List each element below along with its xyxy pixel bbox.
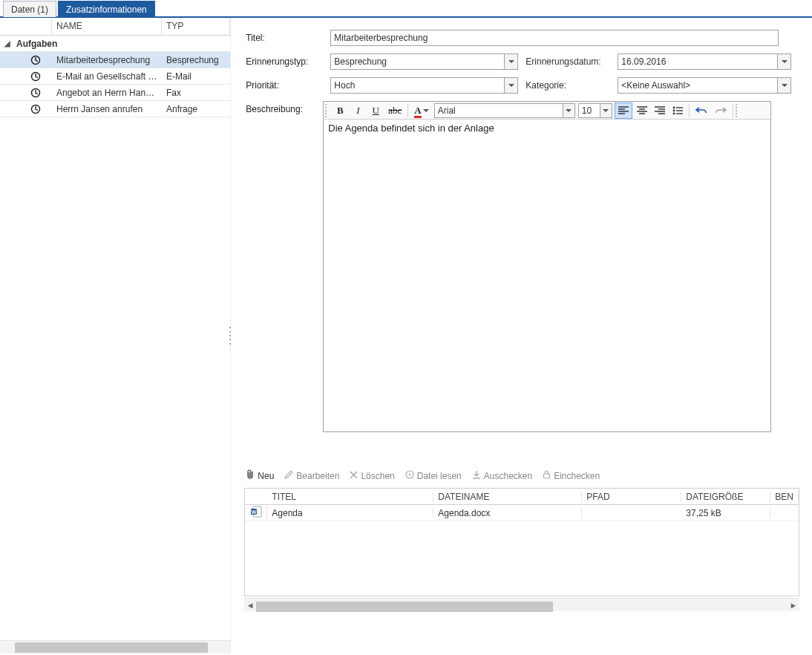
attach-col-pfad[interactable]: PFAD (582, 492, 681, 502)
attach-groesse: 37,25 kB (681, 508, 770, 518)
align-center-button[interactable] (634, 102, 650, 119)
richtext-content[interactable]: Die Agenda befindet sich in der Anlage (324, 120, 770, 431)
task-typ: Fax (162, 88, 230, 98)
column-typ[interactable]: TYP (162, 18, 230, 35)
task-typ: Anfrage (162, 104, 230, 114)
attach-checkin-label: Einchecken (554, 471, 600, 481)
select-kategorie[interactable]: <Keine Auswahl> (618, 77, 791, 94)
svg-rect-8 (544, 474, 550, 478)
label-kategorie: Kategorie: (525, 80, 610, 91)
richtext-toolbar: B I U abc A Arial (324, 102, 770, 120)
attach-checkout-button[interactable]: Auschecken (472, 470, 532, 481)
input-titel[interactable]: Mitarbeiterbesprechung (330, 30, 779, 46)
column-name[interactable]: NAME (52, 18, 162, 35)
form-area: Titel: Mitarbeiterbesprechung Erinnerung… (231, 18, 810, 441)
clock-icon (19, 55, 52, 65)
redo-button[interactable] (712, 102, 730, 119)
align-right-button[interactable] (652, 102, 668, 119)
chevron-down-icon[interactable] (563, 104, 574, 117)
select-prioritaet[interactable]: Hoch (330, 77, 518, 94)
font-size-select[interactable]: 10 (578, 103, 612, 118)
sidebar-horizontal-scrollbar[interactable] (0, 640, 230, 654)
attach-delete-button[interactable]: Löschen (350, 471, 394, 481)
bullet-list-button[interactable] (669, 102, 686, 119)
select-erinnerungstyp-value: Besprechung (334, 56, 387, 67)
input-titel-value: Mitarbeiterbesprechung (334, 33, 428, 43)
attachment-toolbar: Neu Bearbeiten Löschen (244, 466, 799, 485)
task-name: Angebot an Herrn Hansen (52, 88, 162, 98)
attachment-table: TITEL DATEINAME PFAD DATEIGRÖßE BEN WAge… (244, 488, 799, 596)
splitter-handle[interactable] (227, 325, 233, 347)
clock-icon (19, 88, 52, 98)
font-family-select[interactable]: Arial (434, 103, 575, 118)
task-list-header: NAME TYP (0, 18, 230, 36)
attach-edit-label: Bearbeiten (296, 471, 339, 481)
collapse-icon: ◢ (4, 39, 13, 48)
task-row[interactable]: MitarbeiterbesprechungBesprechung (0, 52, 230, 68)
download-icon (472, 470, 481, 481)
detail-panel: Titel: Mitarbeiterbesprechung Erinnerung… (231, 18, 812, 654)
select-prioritaet-value: Hoch (334, 80, 355, 91)
play-circle-icon (405, 470, 414, 481)
font-color-button[interactable]: A (411, 102, 431, 119)
group-aufgaben[interactable]: ◢ Aufgaben (0, 36, 230, 52)
chevron-down-icon[interactable] (504, 54, 517, 69)
italic-button[interactable]: I (350, 102, 366, 119)
attach-col-groesse[interactable]: DATEIGRÖßE (681, 492, 770, 502)
task-row[interactable]: E-Mail an Gesellschaft G...E-Mail (0, 68, 230, 85)
task-list-body: ◢ Aufgaben MitarbeiterbesprechungBesprec… (0, 36, 230, 640)
attach-new-button[interactable]: Neu (246, 469, 274, 482)
bold-button[interactable]: B (332, 102, 348, 119)
svg-point-4 (672, 106, 675, 108)
svg-point-6 (672, 112, 675, 114)
select-erinnerungstyp[interactable]: Besprechung (330, 53, 518, 70)
undo-button[interactable] (693, 102, 710, 119)
column-expander[interactable] (0, 18, 19, 35)
task-name: Mitarbeiterbesprechung (52, 55, 162, 65)
task-row[interactable]: Angebot an Herrn HansenFax (0, 85, 230, 101)
scroll-right-icon[interactable]: ► (788, 601, 799, 610)
word-file-icon: W (245, 506, 267, 520)
attach-col-dateiname[interactable]: DATEINAME (433, 492, 582, 502)
attach-readfile-button[interactable]: Datei lesen (405, 470, 462, 481)
label-erinnerungstyp: Erinnerungstyp: (246, 56, 323, 67)
pencil-icon (284, 470, 293, 481)
scroll-left-icon[interactable]: ◄ (244, 601, 256, 610)
x-icon (350, 471, 358, 481)
label-titel: Titel: (246, 33, 323, 43)
tab-zusatzinformationen[interactable]: Zusatzinformationen (58, 1, 155, 17)
attachment-row[interactable]: WAgendaAgenda.docx37,25 kB (245, 505, 799, 521)
column-icon[interactable] (19, 18, 52, 35)
task-name: Herrn Jansen anrufen (52, 104, 162, 114)
attach-col-titel[interactable]: TITEL (267, 492, 433, 502)
attachment-header: TITEL DATEINAME PFAD DATEIGRÖßE BEN (245, 489, 799, 505)
richtext-box: B I U abc A Arial (323, 101, 771, 432)
group-label: Aufgaben (16, 39, 57, 49)
main-horizontal-scrollbar[interactable]: ◄ ► (244, 598, 799, 611)
strike-button[interactable]: abc (385, 102, 405, 119)
attach-checkin-button[interactable]: Einchecken (543, 470, 600, 481)
attach-col-ben[interactable]: BEN (770, 492, 799, 502)
tab-bar: Daten (1) Zusatzinformationen (0, 0, 812, 18)
task-typ: Besprechung (162, 55, 230, 65)
label-prioritaet: Priorität: (246, 80, 323, 91)
align-left-button[interactable] (615, 102, 632, 119)
tab-daten[interactable]: Daten (1) (3, 1, 56, 17)
attach-readfile-label: Datei lesen (417, 471, 462, 481)
chevron-down-icon[interactable] (777, 78, 790, 93)
task-row[interactable]: Herrn Jansen anrufenAnfrage (0, 101, 230, 117)
date-erinnerungsdatum[interactable]: 16.09.2016 (618, 53, 791, 70)
clock-icon (19, 104, 52, 114)
chevron-down-icon[interactable] (777, 54, 790, 69)
underline-button[interactable]: U (367, 102, 384, 119)
attach-edit-button[interactable]: Bearbeiten (284, 470, 339, 481)
attach-checkout-label: Auschecken (484, 471, 532, 481)
font-family-value: Arial (438, 105, 456, 116)
toolbar-grip-icon (736, 104, 740, 117)
chevron-down-icon[interactable] (600, 104, 612, 117)
select-kategorie-value: <Keine Auswahl> (621, 80, 690, 91)
chevron-down-icon[interactable] (504, 78, 517, 93)
lock-icon (543, 470, 551, 481)
svg-text:W: W (252, 509, 257, 515)
attach-new-label: Neu (258, 471, 274, 481)
